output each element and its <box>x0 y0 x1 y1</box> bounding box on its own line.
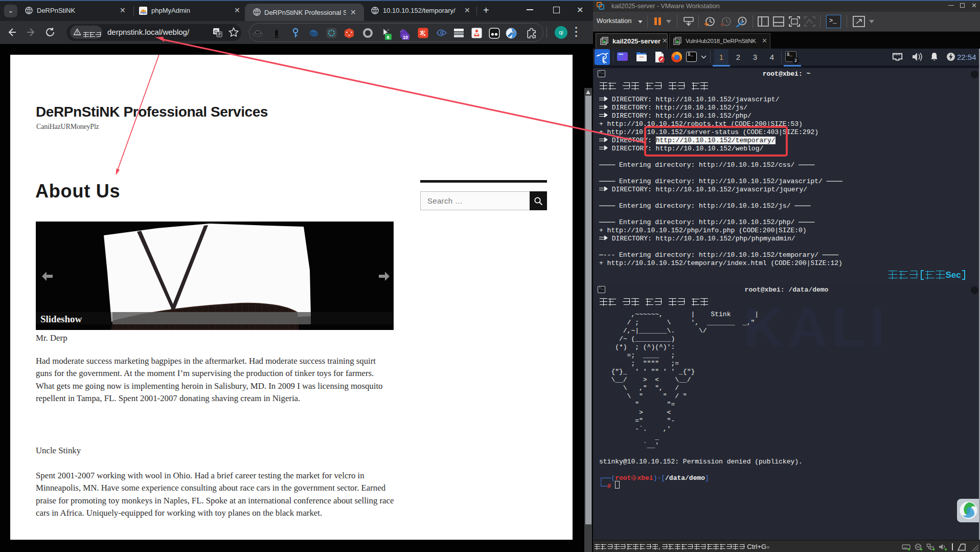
svg-text:PMA: PMA <box>141 11 147 14</box>
svg-text:10: 10 <box>403 35 408 40</box>
svg-text:6: 6 <box>387 34 390 40</box>
